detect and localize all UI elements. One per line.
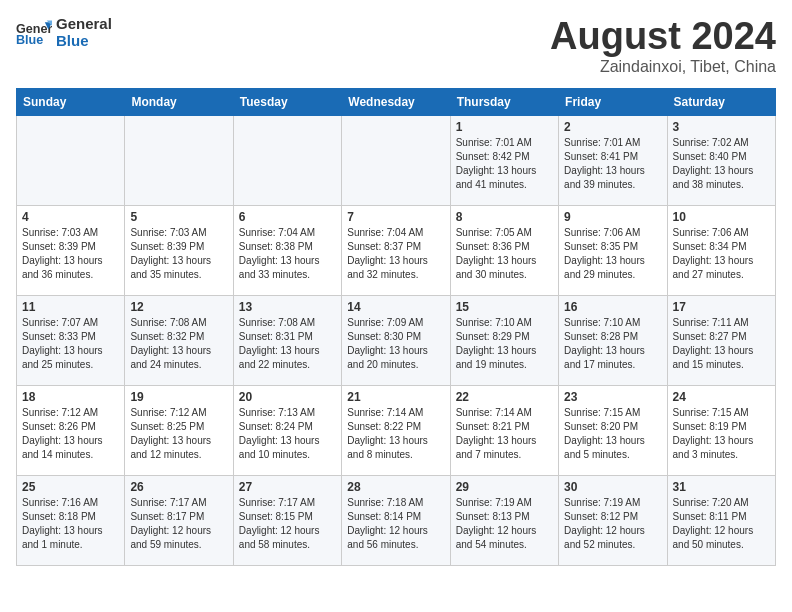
day-number: 11 — [22, 300, 119, 314]
day-number: 30 — [564, 480, 661, 494]
calendar-cell: 19Sunrise: 7:12 AM Sunset: 8:25 PM Dayli… — [125, 385, 233, 475]
day-info: Sunrise: 7:12 AM Sunset: 8:26 PM Dayligh… — [22, 406, 119, 462]
calendar-cell: 10Sunrise: 7:06 AM Sunset: 8:34 PM Dayli… — [667, 205, 775, 295]
calendar-cell: 15Sunrise: 7:10 AM Sunset: 8:29 PM Dayli… — [450, 295, 558, 385]
calendar-cell: 2Sunrise: 7:01 AM Sunset: 8:41 PM Daylig… — [559, 115, 667, 205]
calendar-cell: 4Sunrise: 7:03 AM Sunset: 8:39 PM Daylig… — [17, 205, 125, 295]
logo-line1: General — [56, 16, 112, 33]
calendar-cell: 3Sunrise: 7:02 AM Sunset: 8:40 PM Daylig… — [667, 115, 775, 205]
day-number: 17 — [673, 300, 770, 314]
day-info: Sunrise: 7:19 AM Sunset: 8:12 PM Dayligh… — [564, 496, 661, 552]
day-number: 22 — [456, 390, 553, 404]
svg-text:Blue: Blue — [16, 32, 43, 46]
calendar-cell: 23Sunrise: 7:15 AM Sunset: 8:20 PM Dayli… — [559, 385, 667, 475]
day-info: Sunrise: 7:12 AM Sunset: 8:25 PM Dayligh… — [130, 406, 227, 462]
day-number: 4 — [22, 210, 119, 224]
day-info: Sunrise: 7:17 AM Sunset: 8:15 PM Dayligh… — [239, 496, 336, 552]
day-number: 27 — [239, 480, 336, 494]
logo-line2: Blue — [56, 33, 112, 50]
day-info: Sunrise: 7:01 AM Sunset: 8:41 PM Dayligh… — [564, 136, 661, 192]
day-info: Sunrise: 7:19 AM Sunset: 8:13 PM Dayligh… — [456, 496, 553, 552]
day-number: 7 — [347, 210, 444, 224]
day-info: Sunrise: 7:02 AM Sunset: 8:40 PM Dayligh… — [673, 136, 770, 192]
day-number: 5 — [130, 210, 227, 224]
calendar-cell — [125, 115, 233, 205]
day-number: 15 — [456, 300, 553, 314]
day-number: 6 — [239, 210, 336, 224]
logo-icon: General Blue — [16, 18, 52, 48]
page-header: General Blue General Blue August 2024 Za… — [16, 16, 776, 76]
calendar-cell — [342, 115, 450, 205]
day-info: Sunrise: 7:15 AM Sunset: 8:19 PM Dayligh… — [673, 406, 770, 462]
day-number: 13 — [239, 300, 336, 314]
calendar-cell: 29Sunrise: 7:19 AM Sunset: 8:13 PM Dayli… — [450, 475, 558, 565]
day-number: 23 — [564, 390, 661, 404]
day-number: 8 — [456, 210, 553, 224]
weekday-header-friday: Friday — [559, 88, 667, 115]
title-block: August 2024 Zaindainxoi, Tibet, China — [550, 16, 776, 76]
calendar-cell: 8Sunrise: 7:05 AM Sunset: 8:36 PM Daylig… — [450, 205, 558, 295]
day-info: Sunrise: 7:04 AM Sunset: 8:37 PM Dayligh… — [347, 226, 444, 282]
weekday-header-saturday: Saturday — [667, 88, 775, 115]
day-info: Sunrise: 7:03 AM Sunset: 8:39 PM Dayligh… — [22, 226, 119, 282]
day-number: 31 — [673, 480, 770, 494]
day-number: 19 — [130, 390, 227, 404]
day-info: Sunrise: 7:20 AM Sunset: 8:11 PM Dayligh… — [673, 496, 770, 552]
day-number: 10 — [673, 210, 770, 224]
day-info: Sunrise: 7:05 AM Sunset: 8:36 PM Dayligh… — [456, 226, 553, 282]
day-info: Sunrise: 7:10 AM Sunset: 8:28 PM Dayligh… — [564, 316, 661, 372]
calendar-cell: 16Sunrise: 7:10 AM Sunset: 8:28 PM Dayli… — [559, 295, 667, 385]
calendar-cell: 28Sunrise: 7:18 AM Sunset: 8:14 PM Dayli… — [342, 475, 450, 565]
day-number: 21 — [347, 390, 444, 404]
day-number: 2 — [564, 120, 661, 134]
day-info: Sunrise: 7:14 AM Sunset: 8:22 PM Dayligh… — [347, 406, 444, 462]
day-number: 18 — [22, 390, 119, 404]
day-info: Sunrise: 7:14 AM Sunset: 8:21 PM Dayligh… — [456, 406, 553, 462]
day-info: Sunrise: 7:06 AM Sunset: 8:35 PM Dayligh… — [564, 226, 661, 282]
calendar-table: SundayMondayTuesdayWednesdayThursdayFrid… — [16, 88, 776, 566]
weekday-header-sunday: Sunday — [17, 88, 125, 115]
weekday-header-monday: Monday — [125, 88, 233, 115]
calendar-cell: 26Sunrise: 7:17 AM Sunset: 8:17 PM Dayli… — [125, 475, 233, 565]
calendar-cell: 12Sunrise: 7:08 AM Sunset: 8:32 PM Dayli… — [125, 295, 233, 385]
day-info: Sunrise: 7:18 AM Sunset: 8:14 PM Dayligh… — [347, 496, 444, 552]
weekday-header-wednesday: Wednesday — [342, 88, 450, 115]
calendar-cell: 18Sunrise: 7:12 AM Sunset: 8:26 PM Dayli… — [17, 385, 125, 475]
calendar-cell: 13Sunrise: 7:08 AM Sunset: 8:31 PM Dayli… — [233, 295, 341, 385]
calendar-subtitle: Zaindainxoi, Tibet, China — [550, 58, 776, 76]
day-info: Sunrise: 7:17 AM Sunset: 8:17 PM Dayligh… — [130, 496, 227, 552]
day-info: Sunrise: 7:01 AM Sunset: 8:42 PM Dayligh… — [456, 136, 553, 192]
calendar-cell: 30Sunrise: 7:19 AM Sunset: 8:12 PM Dayli… — [559, 475, 667, 565]
day-number: 14 — [347, 300, 444, 314]
calendar-cell — [17, 115, 125, 205]
weekday-header-thursday: Thursday — [450, 88, 558, 115]
day-number: 1 — [456, 120, 553, 134]
day-number: 9 — [564, 210, 661, 224]
logo: General Blue General Blue — [16, 16, 112, 49]
calendar-cell: 25Sunrise: 7:16 AM Sunset: 8:18 PM Dayli… — [17, 475, 125, 565]
day-number: 16 — [564, 300, 661, 314]
day-number: 20 — [239, 390, 336, 404]
calendar-title: August 2024 — [550, 16, 776, 58]
day-info: Sunrise: 7:07 AM Sunset: 8:33 PM Dayligh… — [22, 316, 119, 372]
day-number: 3 — [673, 120, 770, 134]
day-info: Sunrise: 7:08 AM Sunset: 8:31 PM Dayligh… — [239, 316, 336, 372]
day-number: 29 — [456, 480, 553, 494]
calendar-cell: 9Sunrise: 7:06 AM Sunset: 8:35 PM Daylig… — [559, 205, 667, 295]
day-info: Sunrise: 7:15 AM Sunset: 8:20 PM Dayligh… — [564, 406, 661, 462]
day-number: 24 — [673, 390, 770, 404]
day-info: Sunrise: 7:11 AM Sunset: 8:27 PM Dayligh… — [673, 316, 770, 372]
calendar-cell: 27Sunrise: 7:17 AM Sunset: 8:15 PM Dayli… — [233, 475, 341, 565]
day-info: Sunrise: 7:09 AM Sunset: 8:30 PM Dayligh… — [347, 316, 444, 372]
calendar-cell: 11Sunrise: 7:07 AM Sunset: 8:33 PM Dayli… — [17, 295, 125, 385]
calendar-cell: 6Sunrise: 7:04 AM Sunset: 8:38 PM Daylig… — [233, 205, 341, 295]
calendar-cell — [233, 115, 341, 205]
calendar-cell: 14Sunrise: 7:09 AM Sunset: 8:30 PM Dayli… — [342, 295, 450, 385]
day-number: 12 — [130, 300, 227, 314]
day-number: 25 — [22, 480, 119, 494]
calendar-cell: 20Sunrise: 7:13 AM Sunset: 8:24 PM Dayli… — [233, 385, 341, 475]
day-info: Sunrise: 7:06 AM Sunset: 8:34 PM Dayligh… — [673, 226, 770, 282]
calendar-cell: 22Sunrise: 7:14 AM Sunset: 8:21 PM Dayli… — [450, 385, 558, 475]
calendar-cell: 24Sunrise: 7:15 AM Sunset: 8:19 PM Dayli… — [667, 385, 775, 475]
day-info: Sunrise: 7:04 AM Sunset: 8:38 PM Dayligh… — [239, 226, 336, 282]
